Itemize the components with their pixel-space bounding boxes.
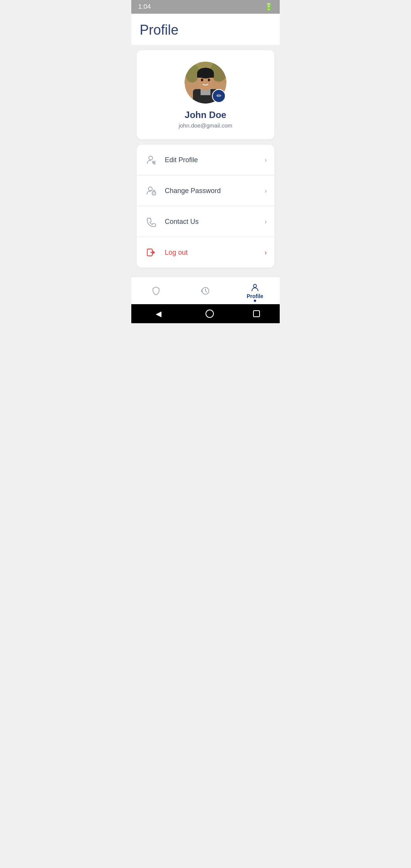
svg-point-13 — [208, 79, 210, 81]
logout-chevron: › — [264, 249, 267, 257]
history-nav-icon — [201, 286, 210, 296]
user-name: John Doe — [185, 110, 226, 120]
menu-card: Edit Profile › Change Password › — [137, 145, 274, 268]
profile-nav-label: Profile — [247, 293, 263, 299]
edit-profile-label: Edit Profile — [165, 156, 264, 164]
logout-label: Log out — [165, 249, 264, 257]
android-recents-button[interactable] — [253, 310, 260, 317]
active-nav-dot — [254, 300, 256, 302]
edit-avatar-button[interactable]: ✏ — [212, 89, 226, 103]
logout-icon — [144, 246, 158, 259]
change-password-icon — [144, 184, 158, 198]
nav-shield[interactable] — [131, 277, 181, 304]
user-email: john.doe@gmail.com — [178, 122, 232, 129]
change-password-label: Change Password — [165, 187, 264, 195]
nav-history[interactable] — [181, 277, 230, 304]
svg-rect-11 — [197, 73, 214, 78]
svg-point-15 — [148, 187, 152, 191]
profile-nav-icon — [250, 282, 260, 292]
contact-us-icon — [144, 215, 158, 228]
edit-profile-item[interactable]: Edit Profile › — [137, 145, 274, 176]
logout-item[interactable]: Log out › — [137, 237, 274, 268]
svg-point-12 — [201, 79, 203, 81]
svg-point-14 — [149, 156, 153, 160]
change-password-item[interactable]: Change Password › — [137, 176, 274, 206]
edit-pencil-icon: ✏ — [217, 93, 221, 99]
avatar-container: ✏ — [185, 62, 226, 104]
android-nav-bar: ◀ — [131, 304, 280, 323]
battery-icon: 🔋 — [264, 3, 273, 11]
contact-us-label: Contact Us — [165, 218, 264, 226]
android-back-button[interactable]: ◀ — [151, 306, 166, 321]
status-time: 1:04 — [138, 3, 151, 11]
page-title: Profile — [131, 14, 280, 45]
contact-us-item[interactable]: Contact Us › — [137, 206, 274, 237]
change-password-chevron: › — [264, 187, 267, 195]
nav-profile[interactable]: Profile — [230, 277, 280, 304]
page-content: Profile — [131, 14, 280, 277]
svg-point-20 — [253, 284, 256, 287]
android-home-button[interactable] — [206, 310, 214, 318]
contact-us-chevron: › — [264, 218, 267, 226]
edit-profile-chevron: › — [264, 156, 267, 164]
edit-profile-icon — [144, 153, 158, 167]
shield-nav-icon — [151, 286, 161, 296]
profile-card: ✏ John Doe john.doe@gmail.com — [137, 50, 274, 139]
svg-point-17 — [153, 193, 154, 194]
bottom-nav: Profile — [131, 277, 280, 304]
status-bar: 1:04 🔋 — [131, 0, 280, 14]
